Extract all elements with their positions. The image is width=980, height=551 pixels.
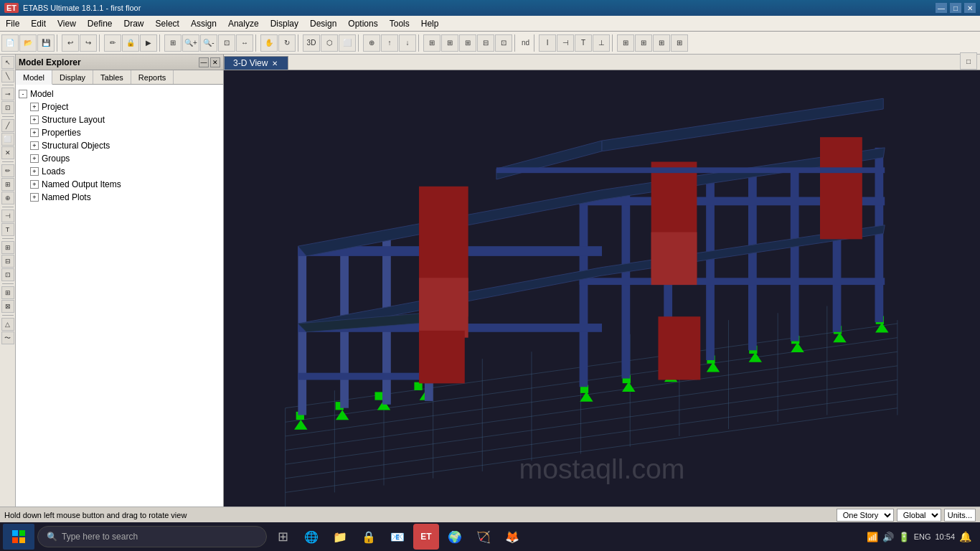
tree-item[interactable]: +Structure Layout	[16, 113, 223, 126]
replicate-tool[interactable]: ⊟	[1, 255, 14, 268]
wave-tool[interactable]: 〜	[1, 331, 14, 344]
run-button[interactable]: ▶	[140, 34, 157, 52]
select-tool[interactable]: ↖	[1, 56, 14, 69]
explorer-close-btn[interactable]: ✕	[210, 57, 220, 67]
annotate-tool[interactable]: T	[1, 223, 14, 236]
start-button[interactable]	[3, 524, 34, 550]
zoom-fit-button[interactable]: ⊡	[218, 34, 235, 52]
dims-tool[interactable]: ⊣	[1, 209, 14, 222]
tree-item[interactable]: +Loads	[16, 165, 223, 178]
open-button[interactable]: 📂	[19, 34, 37, 52]
menu-display[interactable]: Display	[265, 17, 304, 30]
menu-edit[interactable]: Edit	[25, 17, 52, 30]
chrome-icon[interactable]: 🌍	[442, 524, 468, 550]
draw-button[interactable]: ✏	[104, 34, 121, 52]
tab-reports[interactable]: Reports	[131, 70, 174, 84]
tree-expander[interactable]: +	[30, 116, 39, 124]
minimize-button[interactable]: —	[936, 3, 947, 13]
grid-tool[interactable]: ⊞	[1, 178, 14, 191]
tree-item[interactable]: +Properties	[16, 126, 223, 139]
draw-line-tool[interactable]: ╲	[1, 70, 14, 83]
redo-button[interactable]: ↪	[80, 34, 97, 52]
units-button[interactable]: Units...	[944, 509, 976, 522]
model-tree[interactable]: -Model+Project+Structure Layout+Properti…	[16, 85, 223, 507]
maximize-button[interactable]: □	[950, 3, 961, 13]
renumber-tool[interactable]: ⊞	[1, 286, 14, 299]
tree-expander[interactable]: +	[30, 103, 39, 111]
status-right[interactable]: One Story Global Units...	[837, 509, 976, 522]
tree-expander[interactable]: +	[30, 167, 39, 176]
units-btn[interactable]: ⊞	[635, 34, 652, 52]
tree-expander[interactable]: -	[19, 90, 27, 98]
tree-expander[interactable]: +	[30, 141, 39, 150]
show-hinge-tool[interactable]: △	[1, 318, 14, 331]
grid-btn3[interactable]: ⊟	[477, 34, 494, 52]
edge-icon[interactable]: 🌐	[298, 524, 324, 550]
extrude-tool[interactable]: ⊞	[1, 241, 14, 254]
select-all-btn[interactable]: ⊞	[423, 34, 440, 52]
3d-button[interactable]: 3D	[303, 34, 320, 52]
snap-grid-tool[interactable]: ⊕	[1, 192, 14, 204]
display2-btn[interactable]: ⊞	[671, 34, 688, 52]
menu-assign[interactable]: Assign	[185, 17, 222, 30]
tree-item[interactable]: +Project	[16, 100, 223, 113]
mirror-tool[interactable]: ⊡	[1, 268, 14, 281]
taskbar-search[interactable]: 🔍 Type here to search	[37, 526, 267, 547]
draw-area-tool[interactable]: ⬜	[1, 133, 14, 146]
tree-item[interactable]: +Groups	[16, 152, 223, 165]
draw-brace-tool[interactable]: ✕	[1, 146, 14, 159]
grid-btn1[interactable]: ⊞	[441, 34, 458, 52]
tab-model[interactable]: Model	[16, 70, 52, 85]
zoom-custom-button[interactable]: ↔	[236, 34, 253, 52]
frames-button[interactable]: ⬡	[321, 34, 338, 52]
grid-btn2[interactable]: ⊞	[459, 34, 476, 52]
mail-icon[interactable]: 📧	[385, 524, 410, 550]
walls-button[interactable]: ⬜	[339, 34, 356, 52]
view-maximize-btn[interactable]: □	[960, 52, 977, 70]
explorer-icon[interactable]: 📁	[327, 524, 353, 550]
set-output-btn[interactable]: ⊞	[617, 34, 634, 52]
menu-select[interactable]: Select	[150, 17, 185, 30]
zoom-in-button[interactable]: 🔍+	[182, 34, 199, 52]
menu-analyze[interactable]: Analyze	[222, 17, 265, 30]
tree-expander[interactable]: +	[30, 193, 39, 202]
menu-view[interactable]: View	[52, 17, 82, 30]
snap-button[interactable]: ⊕	[363, 34, 380, 52]
language-indicator[interactable]: ENG	[914, 532, 931, 541]
draw-frame-tool[interactable]: ╱	[1, 119, 14, 132]
etabs-taskbar-icon[interactable]: ET	[413, 524, 439, 550]
lock-button[interactable]: 🔒	[122, 34, 139, 52]
force-color-btn[interactable]: T	[575, 34, 592, 52]
moment-diag-btn[interactable]: ⊣	[557, 34, 574, 52]
pointer-tool[interactable]: ⊸	[1, 88, 14, 100]
intersect-tool[interactable]: ⊠	[1, 300, 14, 313]
grid-btn4[interactable]: ⊡	[495, 34, 512, 52]
rotate-button[interactable]: ↻	[278, 34, 296, 52]
tab-tables[interactable]: Tables	[93, 70, 131, 84]
menu-options[interactable]: Options	[342, 17, 383, 30]
force-diag-btn[interactable]: I	[539, 34, 556, 52]
window-controls[interactable]: — □ ✕	[936, 3, 976, 13]
zoom-out-button[interactable]: 🔍-	[200, 34, 217, 52]
explorer-minimize-btn[interactable]: —	[199, 57, 209, 67]
view-tab-close-btn[interactable]: ✕	[270, 59, 279, 67]
deform-btn[interactable]: ⊥	[593, 34, 610, 52]
notification-icon[interactable]: 🔔	[959, 531, 971, 542]
rubber-band-tool[interactable]: ⊡	[1, 101, 14, 114]
pan-button[interactable]: ✋	[260, 34, 278, 52]
move-up-btn[interactable]: ↑	[381, 34, 398, 52]
new-button[interactable]: 📄	[1, 34, 19, 52]
move-dn-btn[interactable]: ↓	[399, 34, 416, 52]
menu-define[interactable]: Define	[82, 17, 118, 30]
menu-design[interactable]: Design	[304, 17, 342, 30]
story-dropdown[interactable]: One Story	[837, 509, 894, 522]
close-button[interactable]: ✕	[964, 3, 976, 13]
tree-expander[interactable]: +	[30, 128, 39, 137]
tree-expander[interactable]: +	[30, 180, 39, 189]
save-button[interactable]: 💾	[37, 34, 55, 52]
color-btn[interactable]: ⊞	[653, 34, 670, 52]
tree-item[interactable]: -Model	[16, 88, 223, 100]
view-tab-3d[interactable]: 3-D View ✕	[224, 56, 288, 70]
undo-button[interactable]: ↩	[62, 34, 79, 52]
tree-item[interactable]: +Named Plots	[16, 191, 223, 204]
